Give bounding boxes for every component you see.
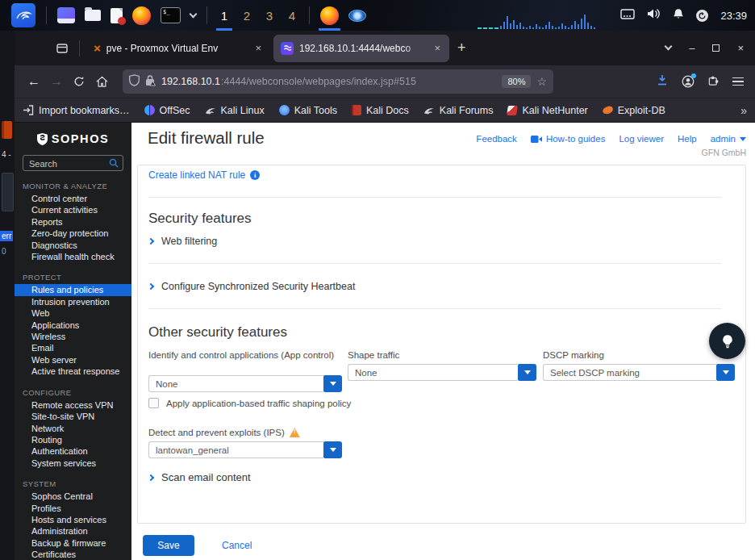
bookmark-import[interactable]: Import bookmarks… (23, 105, 130, 116)
sidebar-item-hosts-and-services[interactable]: Hosts and services (15, 514, 131, 525)
bookmark-kali-nethunter[interactable]: Kali NetHunter (507, 105, 587, 116)
bookmark-kali-docs[interactable]: Kali Docs (352, 105, 409, 116)
sidebar-item-firewall-health-check[interactable]: Firewall health check (15, 251, 131, 262)
insecure-lock-icon[interactable] (145, 74, 156, 90)
scan-email-expander[interactable]: Scan email content (148, 471, 251, 483)
terminal-launcher[interactable]: $_ (156, 0, 186, 31)
sidebar-item-control-center[interactable]: Control center (15, 193, 131, 204)
howto-guides-link[interactable]: How-to guides (531, 134, 606, 144)
minimize-button[interactable]: – (689, 42, 695, 54)
list-tabs-icon[interactable] (665, 42, 673, 50)
launcher-dropdown[interactable] (186, 0, 201, 31)
sidebar-item-profiles[interactable]: Profiles (15, 503, 131, 514)
notifications-bell-icon[interactable] (673, 8, 684, 23)
back-button[interactable]: ← (23, 70, 45, 93)
kali-menu-button[interactable] (5, 0, 40, 31)
dropdown-caret-button[interactable] (518, 364, 536, 381)
close-window-button[interactable]: × (737, 42, 744, 54)
sidebar-item-current-activities[interactable]: Current activities (15, 204, 131, 215)
bookmarks-overflow-button[interactable]: » (740, 104, 747, 117)
sidebar-item-applications[interactable]: Applications (15, 320, 131, 331)
sidebar-item-site-to-site-vpn[interactable]: Site-to-site VPN (15, 411, 131, 422)
feedback-link[interactable]: Feedback (476, 134, 517, 144)
sidebar-item-diagnostics[interactable]: Diagnostics (15, 240, 131, 251)
cancel-button[interactable]: Cancel (222, 540, 252, 551)
sidebar-item-backup-firmware[interactable]: Backup & firmware (15, 537, 131, 549)
zoom-level-badge[interactable]: 80% (502, 75, 531, 88)
tracking-shield-icon[interactable] (129, 74, 140, 90)
bookmark-exploit-db[interactable]: Exploit-DB (603, 105, 665, 116)
firefox-launcher[interactable] (127, 0, 156, 31)
info-icon[interactable]: i (250, 170, 260, 180)
new-tab-button[interactable]: + (449, 40, 474, 56)
dropdown-caret-button[interactable] (323, 375, 342, 392)
tab-proxmox[interactable]: × pve - Proxmox Virtual Env × (86, 35, 270, 62)
sidebar-item-intrusion-prevention[interactable]: Intrusion prevention (15, 296, 131, 307)
workspace-4[interactable]: 4 (281, 0, 303, 31)
sidebar-item-administration[interactable]: Administration (15, 525, 131, 537)
sidebar-item-sophos-central[interactable]: Sophos Central (15, 491, 131, 502)
admin-menu[interactable]: admin (711, 134, 746, 144)
tab-sophos-active[interactable]: 192.168.10.1:4444/webco × (273, 35, 449, 62)
sidebar-item-wireless[interactable]: Wireless (15, 331, 131, 342)
extensions-puzzle-icon[interactable] (707, 74, 720, 90)
checkbox[interactable] (148, 398, 159, 408)
workspace-3[interactable]: 3 (258, 0, 281, 31)
file-manager-launcher[interactable] (52, 0, 80, 31)
text-editor-launcher[interactable] (106, 0, 127, 31)
home-button[interactable] (90, 70, 113, 93)
bookmark-kali-forums[interactable]: Kali Forums (423, 105, 494, 116)
account-icon[interactable] (682, 75, 695, 88)
save-button[interactable]: Save (143, 535, 194, 556)
sidebar-item-active-threat-response[interactable]: Active threat response (15, 366, 131, 377)
sidebar-item-web-server[interactable]: Web server (15, 354, 131, 366)
close-tab-icon[interactable]: × (432, 42, 442, 54)
sidebar-item-system-services[interactable]: System services (15, 458, 131, 469)
sidebar-item-network[interactable]: Network (15, 423, 131, 434)
downloads-icon[interactable] (656, 73, 669, 90)
app-control-select[interactable]: None (148, 375, 342, 392)
bookmark-kali-tools[interactable]: Kali Tools (279, 105, 337, 116)
sidebar-item-routing[interactable]: Routing (15, 434, 131, 445)
assistant-lightbulb-button[interactable] (709, 323, 745, 359)
bookmark-offsec[interactable]: OffSec (144, 105, 190, 116)
sidebar-item-rules-and-policies[interactable]: Rules and policies (15, 284, 131, 295)
bookmark-star-icon[interactable]: ☆ (536, 75, 547, 88)
web-filtering-expander[interactable]: Web filtering (148, 236, 217, 247)
network-icon[interactable] (620, 8, 635, 23)
bookmark-kali-linux[interactable]: Kali Linux (205, 105, 265, 116)
sidebar-item-web[interactable]: Web (15, 307, 131, 319)
firefox-window-button[interactable] (315, 0, 344, 31)
sidebar-item-certificates[interactable]: Certificates (15, 549, 131, 560)
heartbeat-expander[interactable]: Configure Synchronized Security Heartbea… (148, 281, 355, 292)
ips-select[interactable]: lantowan_general (148, 441, 342, 458)
workspace-1[interactable]: 1 (213, 0, 236, 31)
help-link[interactable]: Help (678, 134, 697, 144)
log-viewer-link[interactable]: Log viewer (619, 134, 664, 144)
dropdown-caret-button[interactable] (323, 441, 342, 458)
eye-tool-button[interactable] (344, 0, 371, 31)
url-bar[interactable]: 192.168.10.1 :4444/webconsole/webpages/i… (123, 69, 553, 94)
menu-hamburger-icon[interactable] (732, 77, 744, 86)
search-input[interactable] (23, 157, 123, 171)
volume-icon[interactable] (647, 8, 661, 23)
maximize-button[interactable] (712, 44, 720, 52)
sidebar-item-email[interactable]: Email (15, 342, 131, 353)
forward-button[interactable]: → (45, 70, 68, 93)
sidebar-item-authentication[interactable]: Authentication (15, 445, 131, 457)
folder-icon (85, 10, 101, 21)
workspace-2[interactable]: 2 (236, 0, 258, 31)
updates-icon[interactable] (696, 10, 708, 22)
sidebar-item-zero-day-protection[interactable]: Zero-day protection (15, 228, 131, 239)
folder-launcher[interactable] (80, 0, 106, 31)
dropdown-caret-button[interactable] (716, 364, 735, 381)
firewall-rule-card: Create linked NAT rule i Security featur… (137, 165, 746, 524)
firefox-view-button[interactable] (52, 38, 73, 59)
close-tab-icon[interactable]: × (253, 42, 263, 54)
sidebar-item-remote-access-vpn[interactable]: Remote access VPN (15, 399, 131, 411)
dscp-marking-select[interactable]: Select DSCP marking (543, 364, 735, 381)
reload-button[interactable] (68, 70, 90, 93)
create-linked-nat-rule-link[interactable]: Create linked NAT rule i (148, 169, 260, 181)
shape-traffic-select[interactable]: None (348, 364, 536, 381)
sidebar-item-reports[interactable]: Reports (15, 216, 131, 228)
